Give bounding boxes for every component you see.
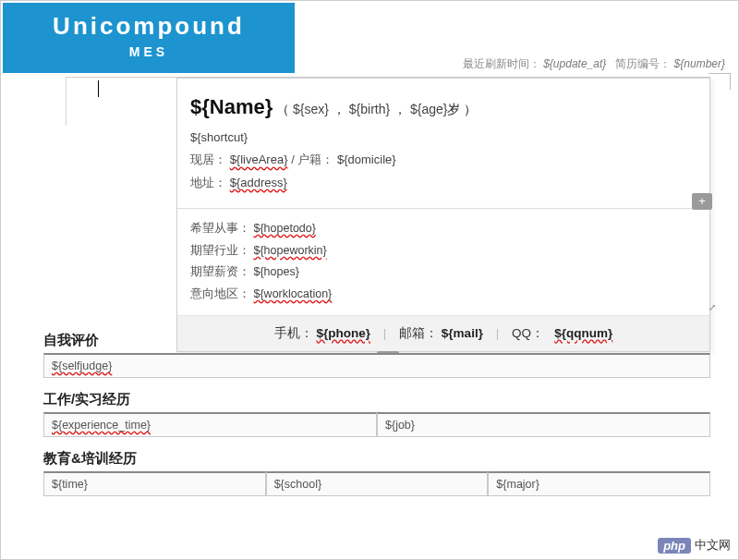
experience-time-value: ${experience_time} [52,419,151,432]
hope-location-value: ${worklocation} [253,287,332,300]
hope-salary-label: 期望薪资： [190,265,250,278]
address-line: 地址： ${address} [190,172,697,195]
hope-todo-value: ${hopetodo} [253,222,315,235]
hope-workin-label: 期望行业： [190,244,250,257]
edu-time-cell[interactable]: ${time} [43,471,266,496]
comma1: ， [333,102,345,116]
experience-time-cell[interactable]: ${experience_time} [43,412,377,437]
header-meta: 最近刷新时间： ${update_at} 简历编号： ${number} [463,56,725,72]
resume-no-value: ${number} [674,57,725,70]
hope-location-label: 意向地区： [190,287,250,300]
edu-school-cell[interactable]: ${school} [266,471,489,496]
paren-open: （ [276,102,289,116]
php-badge: php [658,538,691,554]
section-title-experience: 工作/实习经历 [43,391,710,408]
experience-row[interactable]: ${experience_time} ${job} [43,412,710,437]
section-title-education: 教育&培训经历 [43,450,710,468]
plus-icon: + [698,194,706,208]
hope-workin-line: 期望行业： ${hopeworkin} [190,240,697,262]
paren-close: ） [464,102,477,116]
refresh-value: ${update_at} [543,57,606,70]
domicile-value: ${domicile} [337,152,396,166]
hopes-list: 希望从事： ${hopetodo} 期望行业： ${hopeworkin} 期望… [177,213,709,315]
name-line: ${Name} （ ${sex} ， ${birth} ， ${age}岁 ） [190,88,697,127]
education-row[interactable]: ${time} ${school} ${major} [43,471,710,496]
hope-workin-value: ${hopeworkin} [253,244,326,257]
edu-major-value: ${major} [496,478,539,491]
hope-todo-label: 希望从事： [190,222,250,235]
address-value: ${address} [230,176,287,189]
hope-salary-value: ${hopes} [253,265,298,278]
page-corner-fold [709,73,731,90]
live-value: ${liveArea} [230,152,288,166]
live-line: 现居： ${liveArea} / 户籍： ${domicile} [190,149,697,172]
site-watermark: php 中文网 [658,537,731,554]
experience-job-cell[interactable]: ${job} [377,412,710,437]
age-value: ${age} [410,102,448,116]
hope-todo-line: 希望从事： ${hopetodo} [190,218,697,240]
info-main: ${Name} （ ${sex} ， ${birth} ， ${age}岁 ） … [177,79,709,204]
domicile-label: 户籍： [297,152,333,166]
name-value: ${Name} [190,95,273,118]
hope-location-line: 意向地区： ${worklocation} [190,284,697,306]
watermark-text: 中文网 [695,537,731,554]
selfjudge-value: ${selfjudge} [52,359,112,372]
experience-job-value: ${job} [385,419,415,432]
comma2: ， [394,102,406,116]
info-card[interactable]: ${Name} （ ${sex} ， ${birth} ， ${age}岁 ） … [176,78,710,352]
section-title-selfjudge: 自我评价 [43,332,710,349]
edu-school-value: ${school} [274,478,321,491]
brand-logo: Unicompound MES [3,3,295,73]
sex-value: ${sex} [293,102,329,116]
page: Unicompound MES 最近刷新时间： ${update_at} 简历编… [1,1,738,559]
resume-no-label: 简历编号： [615,57,671,70]
brand-logo-sub: MES [3,44,295,59]
refresh-label: 最近刷新时间： [463,57,540,70]
sections: 自我评价 ${selfjudge} 工作/实习经历 ${experience_t… [43,319,710,496]
shortcut-value: ${shortcut} [190,127,697,150]
resize-handle-icon[interactable]: ⤢ [709,302,716,312]
age-suffix: 岁 [447,102,460,116]
hope-salary-line: 期望薪资： ${hopes} [190,262,697,284]
brand-logo-main: Unicompound [3,12,295,41]
live-label: 现居： [190,152,226,166]
birth-value: ${birth} [349,102,390,116]
edu-major-cell[interactable]: ${major} [488,471,710,496]
selfjudge-box[interactable]: ${selfjudge} [43,353,710,378]
add-row-button[interactable]: + [692,193,712,210]
address-label: 地址： [190,176,226,189]
edu-time-value: ${time} [52,478,88,491]
separator [177,208,709,209]
